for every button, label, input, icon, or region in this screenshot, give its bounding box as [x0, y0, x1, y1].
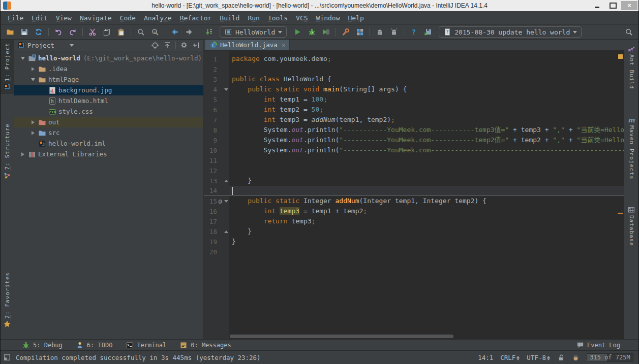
tab-close-icon[interactable]: ×	[282, 42, 285, 49]
toolwindow-button-5-debug[interactable]: 5: Debug	[22, 341, 63, 349]
back-button[interactable]	[168, 26, 181, 38]
code-line-6[interactable]: int temp2 = 50;	[229, 105, 624, 115]
menu-analyze[interactable]: Analyze	[140, 13, 176, 23]
menu-build[interactable]: Build	[216, 13, 244, 23]
code-line-3[interactable]: public class HelloWorld {	[229, 74, 624, 84]
tree-item--idea[interactable]: .idea	[14, 63, 203, 74]
stripe-warning-marker[interactable]	[618, 54, 623, 59]
tree-collapse-icon[interactable]	[18, 57, 27, 60]
forward-button[interactable]	[182, 26, 196, 38]
undo-button[interactable]	[52, 26, 65, 38]
locate-button[interactable]	[151, 41, 159, 49]
find-button[interactable]	[134, 26, 147, 38]
toolwindow-button-2-favorites[interactable]: 2: Favorites	[1, 269, 14, 331]
collapse-all-button[interactable]	[163, 41, 171, 49]
code-line-11[interactable]	[229, 155, 624, 166]
memory-indicator[interactable]: 315 of 725M	[587, 353, 633, 362]
code-line-8[interactable]: System.out.println("-----------YouMeek.c…	[229, 125, 624, 135]
tree-item-htmlpage[interactable]: htmlPage	[14, 74, 203, 85]
code-line-14[interactable]	[229, 186, 624, 196]
stripe-highlight-marker[interactable]	[618, 213, 623, 214]
code-line-9[interactable]: System.out.println("-----------YouMeek.c…	[229, 135, 624, 145]
event-log-button[interactable]: Event Log	[576, 341, 620, 349]
project-panel-title[interactable]: Project	[27, 42, 54, 49]
code-line-1[interactable]: package com.youmeek.demo;	[229, 54, 624, 64]
tree-expand-icon[interactable]	[28, 120, 38, 124]
run-configuration-combo[interactable]: HelloWorld	[220, 26, 287, 38]
code-line-16[interactable]: int temp3 = temp1 + temp2;	[229, 206, 624, 216]
menu-window[interactable]: Window	[312, 13, 344, 23]
menu-view[interactable]: View	[52, 13, 76, 23]
dock-button[interactable]	[192, 41, 200, 49]
code-line-13[interactable]: }	[229, 176, 624, 186]
menu-file[interactable]: File	[4, 13, 27, 23]
vcs-update-combo[interactable]: ?2015-08-30 update hello world	[439, 26, 582, 38]
cut-button[interactable]	[86, 26, 99, 38]
code-line-10[interactable]: System.out.println("-----------YouMeek.c…	[229, 145, 624, 155]
code-line-7[interactable]: int temp3 = addNum(temp1, temp2);	[229, 115, 624, 125]
settings-button[interactable]	[339, 26, 352, 38]
synchronize-button[interactable]	[32, 26, 45, 38]
menu-run[interactable]: Run	[244, 13, 263, 23]
tree-item-background-jpg[interactable]: background.jpg	[14, 85, 203, 95]
code-line-17[interactable]: return temp3;	[229, 216, 624, 226]
code-editor[interactable]: package com.youmeek.demo;public class He…	[229, 51, 624, 339]
fold-marker[interactable]	[223, 230, 229, 233]
copy-button[interactable]	[100, 26, 113, 38]
menu-help[interactable]: Help	[344, 13, 368, 23]
open-button[interactable]	[4, 26, 17, 38]
fold-marker[interactable]	[223, 180, 229, 182]
menu-edit[interactable]: Edit	[27, 13, 51, 23]
code-line-19[interactable]: }	[229, 237, 624, 247]
lock-icon[interactable]	[557, 354, 565, 361]
menu-tools[interactable]: Tools	[264, 13, 292, 23]
toolwindow-button-database[interactable]: Database	[624, 203, 638, 249]
code-line-12[interactable]	[229, 166, 624, 176]
code-line-18[interactable]: }	[229, 226, 624, 237]
toolwindow-button-6-todo[interactable]: 6: TODO	[76, 341, 113, 349]
export-button[interactable]	[202, 26, 216, 38]
run-button[interactable]	[291, 26, 304, 38]
save-button[interactable]	[18, 26, 31, 38]
editor-tab-helloworld[interactable]: C HelloWorld.java ×	[205, 40, 290, 50]
menu-code[interactable]: Code	[116, 13, 140, 23]
close-button[interactable]: ×	[621, 1, 637, 10]
maximize-button[interactable]	[605, 1, 621, 10]
minimize-button[interactable]	[589, 1, 605, 10]
search-everywhere-button[interactable]	[622, 26, 635, 38]
tree-item-out[interactable]: out	[14, 117, 203, 127]
toolwindow-button-1-project[interactable]: 1: Project	[1, 40, 14, 94]
tree-expand-icon[interactable]	[28, 131, 38, 135]
tree-item-hello-world[interactable]: hello-world(E:\git_work_space\hello-worl…	[14, 53, 203, 63]
sdk-manager-button[interactable]	[373, 26, 386, 38]
toolwindow-button-maven-projects[interactable]: mMaven Projects	[624, 113, 638, 183]
avd-manager-button[interactable]	[387, 26, 401, 38]
menu-navigate[interactable]: Navigate	[76, 13, 116, 23]
tree-item-external-libraries[interactable]: External Libraries	[14, 149, 203, 159]
project-structure-button[interactable]	[353, 26, 367, 38]
menu-refactor[interactable]: Refactor	[176, 13, 216, 23]
tree-item-hello-world-iml[interactable]: Jhello-world.iml	[14, 138, 203, 149]
code-line-20[interactable]	[229, 247, 624, 257]
tree-item-style-css[interactable]: cssstyle.css	[14, 106, 203, 117]
tree-item-src[interactable]: src	[14, 127, 203, 138]
horizontal-scrollbar[interactable]	[230, 335, 453, 338]
tree-expand-icon[interactable]	[18, 152, 27, 156]
menu-vcs[interactable]: VCS	[292, 13, 312, 23]
code-line-2[interactable]	[229, 64, 624, 74]
toolwindow-button-0-messages[interactable]: 0: Messages	[179, 341, 231, 349]
encoding-selector[interactable]: UTF-8	[527, 354, 550, 361]
tree-collapse-icon[interactable]	[28, 78, 38, 81]
caret-position[interactable]: 14:1	[478, 354, 493, 361]
debug-button[interactable]	[305, 26, 318, 38]
commit-button[interactable]	[421, 26, 435, 38]
toolwindow-button-terminal[interactable]: Terminal	[126, 341, 166, 349]
gear-button[interactable]	[180, 41, 188, 49]
fold-marker[interactable]	[223, 88, 229, 91]
code-line-4[interactable]: public static void main(String[] args) {	[229, 84, 624, 94]
code-line-15[interactable]: public static Integer addNum(Integer tem…	[229, 196, 624, 206]
toolwindow-button-ant-build[interactable]: Ant Build	[624, 42, 638, 92]
inspections-hector-icon[interactable]	[572, 354, 580, 361]
tree-expand-icon[interactable]	[28, 67, 38, 71]
toolwindow-toggle-icon[interactable]	[4, 354, 11, 361]
